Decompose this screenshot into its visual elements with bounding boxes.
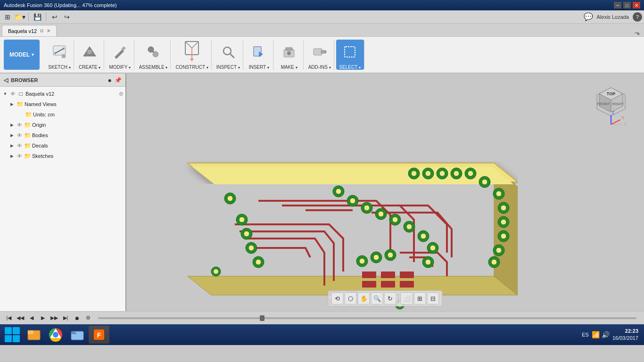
close-button[interactable]: ✕ xyxy=(633,2,640,8)
chat-icon[interactable]: 💬 xyxy=(584,12,593,21)
tree-item-named-views[interactable]: ▶ 📁 Named Views xyxy=(0,99,125,109)
anim-last-btn[interactable]: ▶| xyxy=(60,313,71,323)
anim-settings-icon[interactable]: ⚙ xyxy=(83,313,93,323)
file-menu[interactable]: 📁▾ xyxy=(14,11,25,23)
construct-icon[interactable] xyxy=(184,44,199,59)
tree-eye-bodies[interactable]: 👁 xyxy=(16,132,23,139)
addins-group[interactable]: ADD-INS ▾ xyxy=(305,40,334,70)
anim-prev-fast-btn[interactable]: ◀◀ xyxy=(15,313,25,323)
tree-eye-sketches[interactable]: 👁 xyxy=(16,153,23,159)
sketch-icons xyxy=(52,40,67,64)
svg-point-84 xyxy=(392,217,398,222)
nav-home-btn[interactable]: ⟲ xyxy=(331,292,344,304)
tree-item-decals[interactable]: ▶ 👁 📁 Decals xyxy=(0,140,125,151)
inspect-icon[interactable] xyxy=(221,44,236,59)
tree-gear-root[interactable]: ⚙ xyxy=(119,91,124,97)
nav-zoom-btn[interactable]: 🔍 xyxy=(371,292,383,304)
modify-icons xyxy=(112,40,127,64)
sketch-group[interactable]: SKETCH ▾ xyxy=(45,40,74,70)
tab-close-icon[interactable]: ✕ xyxy=(47,28,50,33)
make-group[interactable]: MAKE ▾ xyxy=(275,40,304,70)
menubar: ⊞ 📁▾ 💾 ↩ ↪ 💬 Alexis Lozada ? xyxy=(0,10,644,24)
browser-collapse-icon[interactable]: ● xyxy=(108,76,112,84)
modify-group[interactable]: MODIFY ▾ xyxy=(106,40,134,70)
anim-next-btn[interactable]: ▶▶ xyxy=(49,313,59,323)
anim-play-btn[interactable]: ▶ xyxy=(38,313,48,323)
viewport[interactable]: TOP FRONT RIGHT Z X Y ⟲ ⬡ ✋ 🔍 xyxy=(126,74,644,311)
create-group[interactable]: CREATE ▾ xyxy=(76,40,104,70)
tree-item-units[interactable]: ▶ 📁 Units: cm xyxy=(0,109,125,120)
addins-icon[interactable] xyxy=(312,44,327,59)
grid-icon[interactable]: ⊞ xyxy=(2,11,13,23)
tree-arrow-named-views[interactable]: ▶ xyxy=(8,101,15,107)
maximize-button[interactable]: □ xyxy=(623,2,631,8)
help-button[interactable]: ? xyxy=(633,12,642,22)
system-tray-icons: 📶 🔊 xyxy=(592,331,610,338)
assemble-icon[interactable] xyxy=(146,44,161,59)
tab-expand-icon[interactable]: ⬎ xyxy=(635,29,640,36)
start-button[interactable] xyxy=(2,325,23,344)
svg-point-42 xyxy=(411,171,417,176)
nav-sep-1 xyxy=(398,294,399,303)
tree-item-sketches[interactable]: ▶ 👁 📁 Sketches xyxy=(0,151,125,161)
tab-settings-icon[interactable]: ⚙ xyxy=(40,28,44,33)
tree-item-root[interactable]: ▼ 👁 □ Baquela v12 ⚙ xyxy=(0,89,125,99)
tree-eye-root[interactable]: 👁 xyxy=(9,90,16,97)
tab-baquela[interactable]: Baquela v12 ⚙ ✕ xyxy=(2,25,57,36)
tree-label-origin: Origin xyxy=(32,122,124,128)
construct-group[interactable]: CONSTRUCT ▾ xyxy=(173,40,211,70)
svg-point-92 xyxy=(425,259,431,265)
tree-item-origin[interactable]: ▶ 👁 📁 Origin xyxy=(0,120,125,130)
taskbar-fusion-btn[interactable]: F xyxy=(89,326,109,344)
taskbar-chrome-btn[interactable] xyxy=(45,326,66,344)
browser-back-icon[interactable]: ◁ xyxy=(4,77,8,83)
select-group[interactable]: SELECT ▾ xyxy=(336,40,364,70)
tree-eye-origin[interactable]: 👁 xyxy=(16,122,23,128)
save-button[interactable]: 💾 xyxy=(32,11,43,23)
minimize-button[interactable]: ─ xyxy=(614,2,621,8)
tree-item-bodies[interactable]: ▶ 👁 📁 Bodies xyxy=(0,130,125,140)
nav-view-btn[interactable]: ⊟ xyxy=(427,292,439,304)
svg-text:F: F xyxy=(97,331,101,339)
timeline-handle[interactable] xyxy=(260,315,264,321)
create-icon[interactable] xyxy=(82,44,97,59)
select-icon[interactable] xyxy=(342,44,357,59)
redo-button[interactable]: ↪ xyxy=(61,11,73,23)
inspect-group[interactable]: INSPECT ▾ xyxy=(214,40,243,70)
svg-point-60 xyxy=(501,233,506,239)
nav-pan-btn[interactable]: ✋ xyxy=(358,292,370,304)
user-name[interactable]: Alexis Lozada xyxy=(597,14,629,20)
insert-group[interactable]: INSERT ▾ xyxy=(245,40,273,70)
modify-icon[interactable] xyxy=(112,44,127,59)
anim-record-btn[interactable]: ⏺ xyxy=(72,313,82,323)
tree-arrow-origin[interactable]: ▶ xyxy=(8,122,15,128)
tree-arrow-decals[interactable]: ▶ xyxy=(8,142,15,149)
assemble-group[interactable]: ASSEMBLE ▾ xyxy=(136,40,171,70)
tree-arrow-root[interactable]: ▼ xyxy=(2,90,8,97)
nav-display-btn[interactable]: ⬜ xyxy=(401,292,413,304)
svg-point-56 xyxy=(501,205,506,211)
anim-prev-btn[interactable]: ◀ xyxy=(26,313,37,323)
sketch-icon[interactable] xyxy=(52,44,67,59)
undo-button[interactable]: ↩ xyxy=(49,11,60,23)
tree-arrow-bodies[interactable]: ▶ xyxy=(8,132,15,139)
taskbar-explorer-btn[interactable] xyxy=(24,326,44,344)
taskbar-clock[interactable]: 22:23 16/03/2017 xyxy=(612,328,638,342)
tree-arrow-sketches[interactable]: ▶ xyxy=(8,153,15,159)
timeline-slider[interactable] xyxy=(98,317,636,319)
svg-text:FRONT: FRONT xyxy=(597,102,610,106)
tree-eye-decals[interactable]: 👁 xyxy=(16,142,23,149)
insert-icon[interactable] xyxy=(251,44,266,59)
viewcube[interactable]: TOP FRONT RIGHT Z X Y xyxy=(592,83,630,121)
taskbar-files-btn[interactable] xyxy=(67,326,88,344)
tray-network-icon[interactable]: 📶 xyxy=(592,331,600,338)
make-icon[interactable] xyxy=(281,44,297,59)
nav-joint-btn[interactable]: ⬡ xyxy=(345,292,357,304)
browser-pin-icon[interactable]: 📌 xyxy=(115,77,122,83)
nav-grid-btn[interactable]: ⊞ xyxy=(414,292,426,304)
svg-text:RIGHT: RIGHT xyxy=(612,102,624,106)
model-button[interactable]: MODEL ▾ xyxy=(4,40,40,70)
anim-first-btn[interactable]: |◀ xyxy=(4,313,14,323)
nav-orbit-btn[interactable]: ↻ xyxy=(384,292,396,304)
tray-volume-icon[interactable]: 🔊 xyxy=(602,331,610,338)
